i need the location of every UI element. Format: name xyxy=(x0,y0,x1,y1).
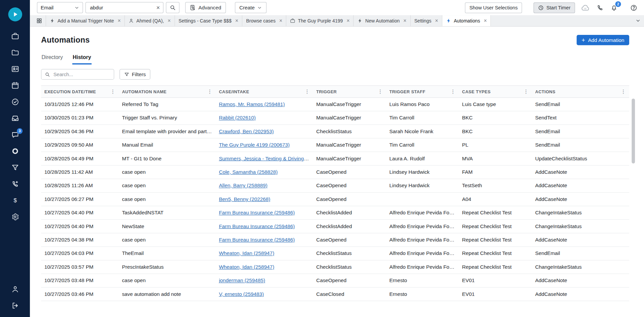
column-menu-icon[interactable]: ⋮ xyxy=(450,89,455,94)
inbox-icon xyxy=(11,114,19,122)
close-tab-icon[interactable]: × xyxy=(435,18,438,23)
sidebar-item-intake-funnel[interactable] xyxy=(0,159,30,176)
close-tab-icon[interactable]: × xyxy=(168,18,171,23)
case-link[interactable]: Ramos, Mr. Ramos (259481) xyxy=(219,101,285,107)
advanced-search-button[interactable]: Advanced xyxy=(185,2,226,13)
clear-search-icon[interactable]: × xyxy=(154,4,162,10)
cell-actions: AddCaseNote xyxy=(532,233,629,247)
sidebar-item-folder[interactable] xyxy=(0,44,30,61)
case-link[interactable]: Farm Bureau Insurance (259486) xyxy=(219,223,295,229)
sidebar-item-dollar[interactable]: $ xyxy=(0,192,30,209)
close-tab-icon[interactable]: × xyxy=(279,18,282,23)
tab-browse-cases[interactable]: Browse cases× xyxy=(243,15,286,26)
column-header-case-types[interactable]: CASE TYPES⋮ xyxy=(459,86,532,98)
cell-date: 10/28/2025 11:26 AM xyxy=(41,179,118,192)
global-search-input[interactable] xyxy=(89,4,154,11)
case-link[interactable]: Wheaton, Idan (258947) xyxy=(219,264,274,270)
sidebar-item-inbox[interactable] xyxy=(0,110,30,126)
page-header: Automations + Add Automation xyxy=(41,35,629,45)
case-link[interactable]: Farm Bureau Insurance (259486) xyxy=(219,237,295,243)
tab-list-dropdown-button[interactable] xyxy=(632,15,644,26)
search-scope-select[interactable]: Email xyxy=(37,2,83,13)
start-timer-button[interactable]: Start Timer xyxy=(534,2,575,13)
column-header-case-intake[interactable]: CASE/INTAKE⋮ xyxy=(216,86,313,98)
sidebar-item-gear[interactable] xyxy=(0,209,30,225)
logout-icon xyxy=(11,302,19,310)
notifications-button[interactable]: 2 xyxy=(609,3,619,12)
view-tab-directory[interactable]: Directory xyxy=(41,54,63,65)
cell-trigger: ManualCaseTrigger xyxy=(313,138,386,152)
table-row: 10/27/2025 04:03 PMTheEmailWheaton, Idan… xyxy=(41,247,629,260)
tab-new-automation[interactable]: New Automation× xyxy=(354,15,411,26)
sidebar-item-person[interactable] xyxy=(0,281,30,298)
column-header-execution-date-time[interactable]: EXECUTION DATE/TIME⋮ xyxy=(41,86,118,98)
tab-add-a-manual-trigger-note[interactable]: Add a Manual Trigger Note× xyxy=(46,15,125,26)
help-button[interactable] xyxy=(629,3,638,12)
column-header-automation-name[interactable]: AUTOMATION NAME⋮ xyxy=(119,86,216,98)
tab-automations[interactable]: Automations× xyxy=(442,15,491,26)
table-scrollbar[interactable] xyxy=(632,98,635,300)
tab-settings[interactable]: Settings× xyxy=(411,15,442,26)
column-menu-icon[interactable]: ⋮ xyxy=(378,89,383,94)
ai-assistant-button[interactable]: AI xyxy=(580,2,591,13)
history-search-box xyxy=(41,69,114,80)
sidebar-item-briefcase[interactable] xyxy=(0,28,30,44)
sidebar-item-chat[interactable]: 3 xyxy=(0,126,30,143)
close-tab-icon[interactable]: × xyxy=(404,18,407,23)
column-menu-icon[interactable]: ⋮ xyxy=(621,89,626,94)
scrollbar-thumb[interactable] xyxy=(632,99,635,163)
sidebar-item-calendar[interactable] xyxy=(0,77,30,94)
tab-settings-case-type[interactable]: Settings - Case Type $$$× xyxy=(175,15,242,26)
create-button[interactable]: Create xyxy=(235,2,267,13)
column-menu-icon[interactable]: ⋮ xyxy=(207,89,212,94)
tab-overview-button[interactable] xyxy=(34,15,44,26)
cell-case_types: A04 xyxy=(459,193,532,206)
case-link[interactable]: Ben5, Benny (202268) xyxy=(219,196,270,202)
case-link[interactable]: V, ernesto (259483) xyxy=(219,291,264,297)
close-tab-icon[interactable]: × xyxy=(118,18,121,23)
phone-button[interactable] xyxy=(596,3,605,12)
case-link[interactable]: Rabbit (202610) xyxy=(219,115,256,121)
history-search-input[interactable] xyxy=(53,71,111,78)
sidebar-item-phone-call[interactable] xyxy=(0,176,30,192)
topbar-right: Show User Selections Start Timer AI 2 xyxy=(465,2,638,13)
cell-date: 10/27/2025 03:46 PM xyxy=(41,287,118,301)
sidebar-item-donut[interactable] xyxy=(0,143,30,159)
filters-button[interactable]: Filters xyxy=(119,69,150,80)
add-automation-button[interactable]: + Add Automation xyxy=(577,35,629,45)
column-menu-icon[interactable]: ⋮ xyxy=(110,89,115,94)
view-tab-history[interactable]: History xyxy=(72,54,92,65)
cell-date: 10/31/2025 12:46 PM xyxy=(41,98,118,111)
cell-staff: Ernesto xyxy=(386,287,459,301)
show-user-selections-button[interactable]: Show User Selections xyxy=(465,2,522,13)
case-link[interactable]: Farm Bureau Insurance (259486) xyxy=(219,210,295,216)
search-submit-button[interactable] xyxy=(166,2,179,13)
sidebar-item-check-circle[interactable] xyxy=(0,94,30,110)
column-header-actions[interactable]: ACTIONS⋮ xyxy=(532,86,629,98)
app-logo-play-button[interactable] xyxy=(8,7,22,21)
close-tab-icon[interactable]: × xyxy=(484,18,487,23)
tab-the-guy-purple-4199[interactable]: The Guy Purple 4199× xyxy=(286,15,354,26)
table-row: 10/30/2025 01:23 PMTrigger Staff vs. Pri… xyxy=(41,111,629,124)
sidebar-item-contacts[interactable] xyxy=(0,61,30,77)
case-link[interactable]: Crawford, Ben (202953) xyxy=(219,128,274,134)
cell-actions: AddCaseNote xyxy=(532,193,629,206)
close-tab-icon[interactable]: × xyxy=(346,18,350,23)
close-tab-icon[interactable]: × xyxy=(235,18,238,23)
start-timer-label: Start Timer xyxy=(546,5,571,10)
tab-ahmed-qa[interactable]: Ahmed (QA),× xyxy=(125,15,175,26)
case-link[interactable]: Summers, Jessica - Texting & Driving (at… xyxy=(219,156,313,161)
column-header-trigger-staff[interactable]: TRIGGER STAFF⋮ xyxy=(386,86,459,98)
cell-case_types: Repeat Checklist Test xyxy=(459,233,532,247)
sidebar-item-logout[interactable] xyxy=(0,298,30,314)
case-link[interactable]: jonderman (259485) xyxy=(219,278,265,283)
case-link[interactable]: Wheaton, Idan (258947) xyxy=(219,251,274,256)
column-header-trigger[interactable]: TRIGGER⋮ xyxy=(313,86,386,98)
cell-case_types: TestSeth xyxy=(459,179,532,192)
column-menu-icon[interactable]: ⋮ xyxy=(305,89,310,94)
case-link[interactable]: Allen, Barry (258889) xyxy=(219,183,268,189)
case-link[interactable]: Cole, Samantha (258828) xyxy=(219,169,278,175)
column-menu-icon[interactable]: ⋮ xyxy=(524,89,529,94)
case-link[interactable]: The Guy Purple 4199 (200673) xyxy=(219,142,290,148)
column-label: TRIGGER STAFF xyxy=(389,89,425,94)
